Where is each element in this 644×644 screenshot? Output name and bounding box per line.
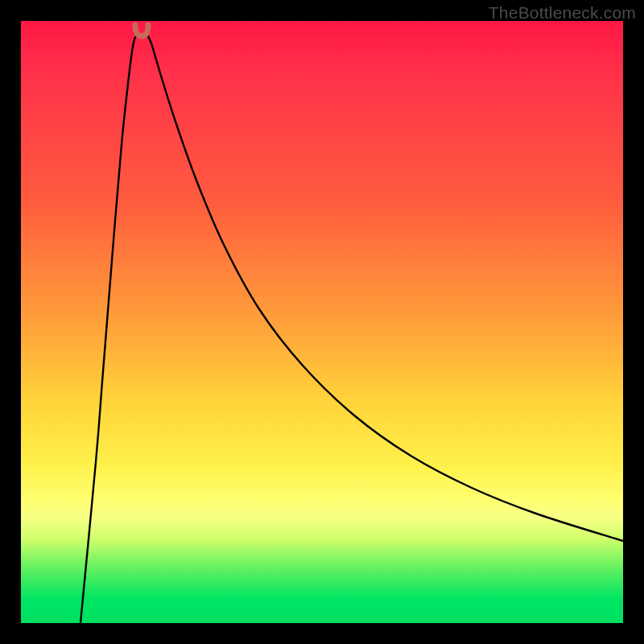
right-branch-curve: [148, 36, 623, 541]
plot-area: [21, 21, 623, 623]
curve-layer: [21, 21, 623, 623]
watermark-text: TheBottleneck.com: [489, 3, 636, 23]
chart-frame: TheBottleneck.com: [0, 0, 644, 644]
left-branch-curve: [80, 36, 136, 623]
